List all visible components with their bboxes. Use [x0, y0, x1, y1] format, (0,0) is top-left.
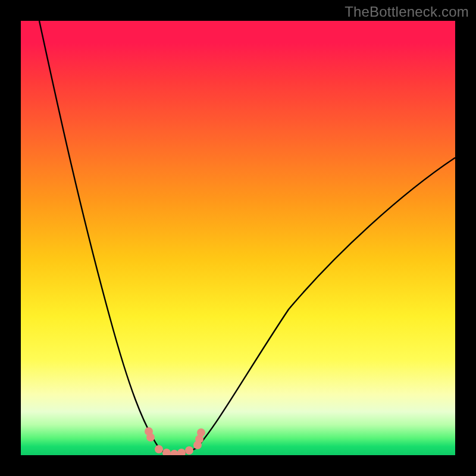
heat-gradient-background [21, 21, 455, 455]
chart-frame: TheBottleneck.com [0, 0, 476, 476]
watermark-text: TheBottleneck.com [345, 4, 469, 20]
plot-area [21, 21, 455, 455]
